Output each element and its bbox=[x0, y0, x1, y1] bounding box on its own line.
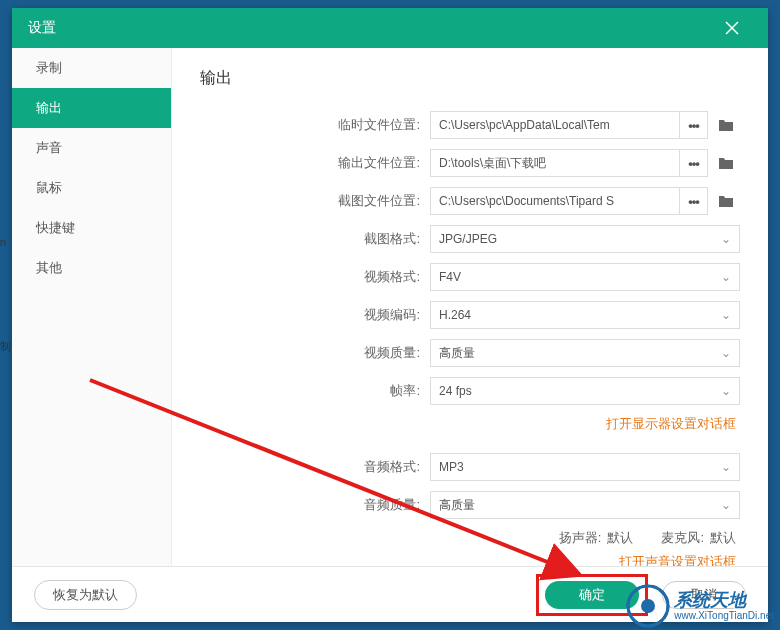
audio-quality-select[interactable]: 高质量 ⌄ bbox=[430, 491, 740, 519]
window-title: 设置 bbox=[28, 19, 712, 37]
label-audio-quality: 音频质量: bbox=[200, 496, 430, 514]
watermark-text-url: www.XiTongTianDi.net bbox=[674, 610, 774, 621]
sidebar-item-mouse[interactable]: 鼠标 bbox=[12, 168, 171, 208]
screenshot-format-value: JPG/JPEG bbox=[439, 232, 497, 246]
label-temp-path: 临时文件位置: bbox=[200, 116, 430, 134]
row-video-quality: 视频质量: 高质量 ⌄ bbox=[200, 339, 740, 367]
close-button[interactable] bbox=[712, 8, 752, 48]
background-strip: n制 bbox=[0, 190, 12, 400]
body: 录制 输出 声音 鼠标 快捷键 其他 输出 临时文件位置: C:\Users\p… bbox=[12, 48, 768, 566]
label-fps: 帧率: bbox=[200, 382, 430, 400]
sidebar: 录制 输出 声音 鼠标 快捷键 其他 bbox=[12, 48, 172, 566]
watermark-text-cn: 系统天地 bbox=[674, 591, 774, 611]
temp-path-open-folder-button[interactable] bbox=[712, 111, 740, 139]
sidebar-item-sound[interactable]: 声音 bbox=[12, 128, 171, 168]
fps-value: 24 fps bbox=[439, 384, 472, 398]
folder-icon bbox=[718, 156, 734, 170]
section-title-output: 输出 bbox=[200, 68, 740, 89]
watermark: 系统天地 www.XiTongTianDi.net bbox=[626, 584, 774, 628]
device-row: 扬声器:默认 麦克风:默认 bbox=[200, 529, 740, 547]
row-screenshot-format: 截图格式: JPG/JPEG ⌄ bbox=[200, 225, 740, 253]
chevron-down-icon: ⌄ bbox=[721, 460, 731, 474]
svg-point-5 bbox=[641, 599, 655, 613]
sidebar-item-output[interactable]: 输出 bbox=[12, 88, 171, 128]
content-panel: 输出 临时文件位置: C:\Users\pc\AppData\Local\Tem… bbox=[172, 48, 768, 566]
display-link-row: 打开显示器设置对话框 bbox=[200, 415, 740, 433]
row-video-format: 视频格式: F4V ⌄ bbox=[200, 263, 740, 291]
watermark-logo-icon bbox=[626, 584, 670, 628]
chevron-down-icon: ⌄ bbox=[721, 498, 731, 512]
label-output-path: 输出文件位置: bbox=[200, 154, 430, 172]
ok-button[interactable]: 确定 bbox=[545, 581, 639, 609]
video-format-select[interactable]: F4V ⌄ bbox=[430, 263, 740, 291]
screenshot-path-input[interactable]: C:\Users\pc\Documents\Tipard S bbox=[430, 187, 680, 215]
sidebar-item-record[interactable]: 录制 bbox=[12, 48, 171, 88]
output-path-browse-button[interactable]: ••• bbox=[680, 149, 708, 177]
temp-path-browse-button[interactable]: ••• bbox=[680, 111, 708, 139]
folder-icon bbox=[718, 118, 734, 132]
chevron-down-icon: ⌄ bbox=[721, 270, 731, 284]
fps-select[interactable]: 24 fps ⌄ bbox=[430, 377, 740, 405]
mic-value: 默认 bbox=[710, 529, 736, 547]
video-codec-select[interactable]: H.264 ⌄ bbox=[430, 301, 740, 329]
label-speaker: 扬声器: bbox=[559, 529, 602, 547]
video-codec-value: H.264 bbox=[439, 308, 471, 322]
row-fps: 帧率: 24 fps ⌄ bbox=[200, 377, 740, 405]
chevron-down-icon: ⌄ bbox=[721, 384, 731, 398]
sidebar-item-other[interactable]: 其他 bbox=[12, 248, 171, 288]
label-screenshot-format: 截图格式: bbox=[200, 230, 430, 248]
display-settings-link[interactable]: 打开显示器设置对话框 bbox=[606, 416, 736, 431]
row-audio-format: 音频格式: MP3 ⌄ bbox=[200, 453, 740, 481]
speaker-value: 默认 bbox=[607, 529, 633, 547]
row-temp-path: 临时文件位置: C:\Users\pc\AppData\Local\Tem ••… bbox=[200, 111, 740, 139]
audio-quality-value: 高质量 bbox=[439, 497, 475, 514]
row-output-path: 输出文件位置: D:\tools\桌面\下载吧 ••• bbox=[200, 149, 740, 177]
reset-defaults-button[interactable]: 恢复为默认 bbox=[34, 580, 137, 610]
sound-settings-link[interactable]: 打开声音设置对话框 bbox=[619, 554, 736, 566]
video-quality-value: 高质量 bbox=[439, 345, 475, 362]
row-audio-quality: 音频质量: 高质量 ⌄ bbox=[200, 491, 740, 519]
label-audio-format: 音频格式: bbox=[200, 458, 430, 476]
audio-format-value: MP3 bbox=[439, 460, 464, 474]
titlebar: 设置 bbox=[12, 8, 768, 48]
label-video-format: 视频格式: bbox=[200, 268, 430, 286]
video-quality-select[interactable]: 高质量 ⌄ bbox=[430, 339, 740, 367]
folder-icon bbox=[718, 194, 734, 208]
label-screenshot-path: 截图文件位置: bbox=[200, 192, 430, 210]
screenshot-path-browse-button[interactable]: ••• bbox=[680, 187, 708, 215]
chevron-down-icon: ⌄ bbox=[721, 346, 731, 360]
audio-format-select[interactable]: MP3 ⌄ bbox=[430, 453, 740, 481]
screenshot-format-select[interactable]: JPG/JPEG ⌄ bbox=[430, 225, 740, 253]
settings-window: 设置 录制 输出 声音 鼠标 快捷键 其他 输出 临时文件位置: C:\User… bbox=[12, 8, 768, 622]
row-screenshot-path: 截图文件位置: C:\Users\pc\Documents\Tipard S •… bbox=[200, 187, 740, 215]
video-format-value: F4V bbox=[439, 270, 461, 284]
temp-path-input[interactable]: C:\Users\pc\AppData\Local\Tem bbox=[430, 111, 680, 139]
chevron-down-icon: ⌄ bbox=[721, 308, 731, 322]
label-video-quality: 视频质量: bbox=[200, 344, 430, 362]
screenshot-path-open-folder-button[interactable] bbox=[712, 187, 740, 215]
output-path-open-folder-button[interactable] bbox=[712, 149, 740, 177]
output-path-input[interactable]: D:\tools\桌面\下载吧 bbox=[430, 149, 680, 177]
sound-link-row: 打开声音设置对话框 bbox=[200, 553, 740, 566]
chevron-down-icon: ⌄ bbox=[721, 232, 731, 246]
label-video-codec: 视频编码: bbox=[200, 306, 430, 324]
label-mic: 麦克风: bbox=[661, 529, 704, 547]
sidebar-item-hotkey[interactable]: 快捷键 bbox=[12, 208, 171, 248]
close-icon bbox=[724, 20, 740, 36]
row-video-codec: 视频编码: H.264 ⌄ bbox=[200, 301, 740, 329]
